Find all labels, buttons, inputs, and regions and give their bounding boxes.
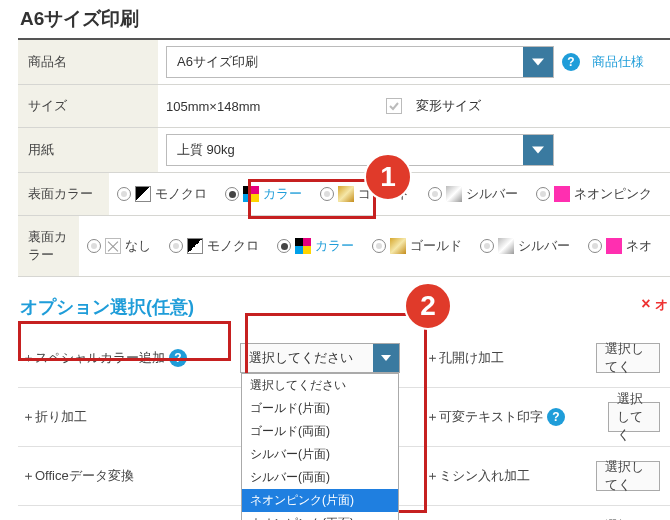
- dropdown-option[interactable]: ゴールド(片面): [242, 397, 398, 420]
- special-color-select[interactable]: 選択してください 選択してください ゴールド(片面) ゴールド(両面) シルバー…: [240, 343, 400, 373]
- color-icon: [243, 186, 259, 202]
- monochrome-icon: [187, 238, 203, 254]
- row-front-color: 表面カラー モノクロ カラー ゴールド シルバー ネオンピンク: [18, 173, 670, 216]
- chevron-down-icon: [523, 47, 553, 77]
- none-icon: [105, 238, 121, 254]
- size-value: 105mm×148mm: [166, 99, 260, 114]
- label-paper: 用紙: [18, 128, 158, 172]
- back-radio-neon[interactable]: ネオ: [588, 237, 652, 255]
- back-radio-silver[interactable]: シルバー: [480, 237, 570, 255]
- neon-pink-icon: [606, 238, 622, 254]
- help-icon[interactable]: ?: [169, 349, 187, 367]
- paper-select[interactable]: 上質 90kg: [166, 134, 554, 166]
- label-product-name: 商品名: [18, 40, 158, 84]
- help-icon[interactable]: ?: [547, 408, 565, 426]
- opt-office-label: ＋Officeデータ変換: [18, 447, 234, 506]
- opt-variable-text-label: ＋可変テキスト印字 ? 選択してく: [416, 388, 670, 447]
- color-icon: [295, 238, 311, 254]
- page-title: A6サイズ印刷: [18, 0, 670, 40]
- row-size: サイズ 105mm×148mm 変形サイズ: [18, 85, 670, 128]
- back-radio-bw[interactable]: モノクロ: [169, 237, 259, 255]
- options-heading: オプション選択(任意) × オ: [18, 277, 670, 329]
- neon-pink-icon: [554, 186, 570, 202]
- back-radio-color[interactable]: カラー: [277, 237, 354, 255]
- opt-roundcorner-label: ＋角丸加工: [18, 506, 234, 520]
- dropdown-option[interactable]: シルバー(両面): [242, 466, 398, 489]
- opt-addressprint-label: ＋宛名印字 ? 選択してく: [416, 506, 670, 520]
- shape-checkbox[interactable]: [386, 98, 402, 114]
- punch-select[interactable]: 選択してく: [596, 343, 660, 373]
- front-radio-neon[interactable]: ネオンピンク: [536, 185, 652, 203]
- gold-icon: [338, 186, 354, 202]
- dropdown-option[interactable]: ネオンピンク(両面): [242, 512, 398, 520]
- chevron-down-icon: [373, 344, 399, 372]
- close-icon[interactable]: × オ: [641, 295, 668, 314]
- monochrome-icon: [135, 186, 151, 202]
- row-back-color: 裏面カラー なし モノクロ カラー ゴールド シルバー ネオ: [18, 216, 670, 277]
- variable-text-select[interactable]: 選択してく: [608, 402, 661, 432]
- badge-1: 1: [364, 153, 412, 201]
- dropdown-option[interactable]: シルバー(片面): [242, 443, 398, 466]
- badge-2: 2: [404, 282, 452, 330]
- dropdown-option[interactable]: ゴールド(両面): [242, 420, 398, 443]
- back-radio-none[interactable]: なし: [87, 237, 151, 255]
- silver-icon: [498, 238, 514, 254]
- opt-perforation-label: ＋ミシン入れ加工 選択してく: [416, 447, 670, 506]
- help-icon[interactable]: ?: [562, 53, 580, 71]
- opt-fold-label: ＋折り加工: [18, 388, 234, 447]
- front-radio-bw[interactable]: モノクロ: [117, 185, 207, 203]
- label-size: サイズ: [18, 85, 158, 127]
- shape-checkbox-label: 変形サイズ: [416, 97, 481, 115]
- label-back-color: 裏面カラー: [18, 216, 79, 276]
- perforation-select[interactable]: 選択してく: [596, 461, 660, 491]
- chevron-down-icon: [523, 135, 553, 165]
- product-spec-link[interactable]: 商品仕様: [592, 53, 644, 71]
- front-radio-color[interactable]: カラー: [225, 185, 302, 203]
- label-front-color: 表面カラー: [18, 173, 109, 215]
- opt-punch-label: ＋孔開け加工 選択してく: [416, 329, 670, 388]
- silver-icon: [446, 186, 462, 202]
- row-product-name: 商品名 A6サイズ印刷 ? 商品仕様: [18, 40, 670, 85]
- row-paper: 用紙 上質 90kg: [18, 128, 670, 173]
- dropdown-option[interactable]: 選択してください: [242, 374, 398, 397]
- gold-icon: [390, 238, 406, 254]
- product-name-select[interactable]: A6サイズ印刷: [166, 46, 554, 78]
- dropdown-option[interactable]: ネオンピンク(片面): [242, 489, 398, 512]
- special-color-dropdown-list: 選択してください ゴールド(片面) ゴールド(両面) シルバー(片面) シルバー…: [241, 373, 399, 520]
- front-radio-silver[interactable]: シルバー: [428, 185, 518, 203]
- back-radio-gold[interactable]: ゴールド: [372, 237, 462, 255]
- opt-special-color-label: ＋スペシャルカラー追加 ?: [18, 329, 234, 388]
